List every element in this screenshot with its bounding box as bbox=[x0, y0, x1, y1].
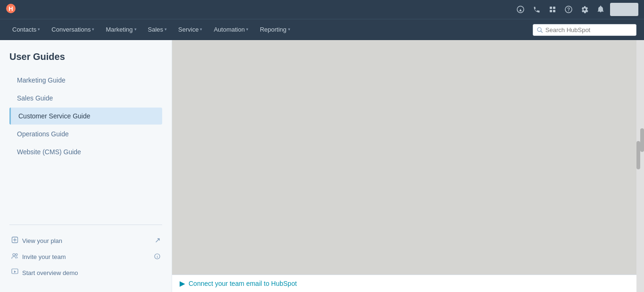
sidebar-guides: Marketing Guide Sales Guide Customer Ser… bbox=[9, 72, 162, 225]
nav-contacts[interactable]: Contacts ▾ bbox=[8, 19, 45, 41]
nav-service[interactable]: Service ▾ bbox=[173, 19, 207, 41]
demo-icon bbox=[11, 268, 18, 277]
nav-items: Contacts ▾ Conversations ▾ Marketing ▾ S… bbox=[8, 19, 295, 41]
search-bar[interactable] bbox=[533, 24, 636, 36]
connect-arrow-icon: ▶ bbox=[180, 280, 185, 287]
view-plan-label: View your plan bbox=[22, 237, 62, 244]
chevron-down-icon: ▾ bbox=[165, 27, 167, 32]
guide-marketing[interactable]: Marketing Guide bbox=[9, 72, 162, 89]
calls-icon[interactable] bbox=[530, 3, 543, 16]
main-layout: User Guides Marketing Guide Sales Guide … bbox=[0, 40, 644, 292]
guide-website-cms[interactable]: Website (CMS) Guide bbox=[9, 143, 162, 160]
connect-bar[interactable]: ▶ Connect your team email to HubSpot bbox=[172, 275, 636, 292]
guide-operations[interactable]: Operations Guide bbox=[9, 125, 162, 142]
svg-point-14 bbox=[16, 254, 17, 256]
nav-bar: Contacts ▾ Conversations ▾ Marketing ▾ S… bbox=[0, 19, 644, 40]
svg-rect-4 bbox=[550, 7, 552, 9]
svg-rect-5 bbox=[553, 7, 555, 9]
sidebar-bottom: View your plan Invite your team i Start … bbox=[9, 225, 162, 281]
team-icon bbox=[11, 252, 18, 261]
search-icon bbox=[537, 27, 543, 33]
view-plan-item[interactable]: View your plan bbox=[9, 233, 162, 249]
svg-line-11 bbox=[541, 31, 542, 32]
right-scrollbar bbox=[640, 40, 644, 292]
upgrade-icon[interactable]: ▲ bbox=[514, 3, 527, 16]
start-demo-item[interactable]: Start overview demo bbox=[9, 265, 162, 281]
svg-text:H: H bbox=[8, 5, 13, 12]
invite-team-label: Invite your team bbox=[22, 253, 66, 260]
svg-point-13 bbox=[13, 254, 15, 256]
user-avatar[interactable] bbox=[610, 3, 638, 16]
start-demo-label: Start overview demo bbox=[22, 269, 78, 276]
chevron-down-icon: ▾ bbox=[134, 27, 137, 32]
top-bar-icons: ▲ ? bbox=[514, 3, 638, 16]
guide-customer-service[interactable]: Customer Service Guide bbox=[9, 108, 162, 125]
external-link-icon bbox=[155, 238, 160, 244]
nav-reporting[interactable]: Reporting ▾ bbox=[255, 19, 295, 41]
nav-conversations[interactable]: Conversations ▾ bbox=[47, 19, 99, 41]
svg-text:?: ? bbox=[567, 7, 570, 12]
sidebar-title: User Guides bbox=[9, 51, 162, 62]
content-area: ▶ Connect your team email to HubSpot bbox=[172, 40, 640, 292]
chevron-down-icon: ▾ bbox=[38, 27, 40, 32]
svg-text:i: i bbox=[157, 255, 157, 259]
chevron-down-icon: ▾ bbox=[288, 27, 290, 32]
help-icon[interactable]: ? bbox=[562, 3, 575, 16]
nav-sales[interactable]: Sales ▾ bbox=[143, 19, 172, 41]
top-bar-left: H bbox=[6, 3, 16, 16]
chevron-down-icon: ▾ bbox=[246, 27, 248, 32]
connect-label: Connect your team email to HubSpot bbox=[189, 280, 297, 287]
svg-text:▲: ▲ bbox=[519, 8, 523, 12]
nav-automation[interactable]: Automation ▾ bbox=[209, 19, 253, 41]
hubspot-logo[interactable]: H bbox=[6, 3, 16, 16]
svg-rect-7 bbox=[553, 10, 555, 12]
svg-rect-6 bbox=[550, 10, 552, 12]
right-scrollbar-thumb[interactable] bbox=[640, 128, 644, 152]
sidebar: User Guides Marketing Guide Sales Guide … bbox=[0, 40, 172, 292]
scrollbar-thumb[interactable] bbox=[636, 141, 640, 169]
scrollbar-track bbox=[636, 40, 640, 292]
nav-marketing[interactable]: Marketing ▾ bbox=[101, 19, 141, 41]
invite-team-item[interactable]: Invite your team i bbox=[9, 249, 162, 265]
chevron-down-icon: ▾ bbox=[200, 27, 202, 32]
guide-sales[interactable]: Sales Guide bbox=[9, 90, 162, 107]
info-icon: i bbox=[154, 253, 160, 260]
search-input[interactable] bbox=[545, 26, 632, 33]
chevron-down-icon: ▾ bbox=[92, 27, 94, 32]
marketplace-icon[interactable] bbox=[546, 3, 559, 16]
plan-icon bbox=[11, 236, 18, 245]
top-bar: H ▲ ? bbox=[0, 0, 644, 19]
notifications-icon[interactable] bbox=[594, 3, 607, 16]
settings-icon[interactable] bbox=[578, 3, 591, 16]
